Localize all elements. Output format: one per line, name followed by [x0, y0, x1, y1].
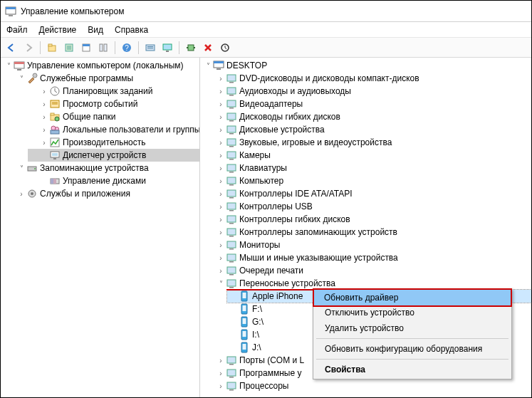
device-category[interactable]: ›Очереди печати — [214, 264, 531, 277]
collapse-icon[interactable]: ˅ — [203, 61, 213, 70]
context-menu-item[interactable]: Отключить устройство — [315, 305, 510, 320]
svg-rect-21 — [187, 47, 188, 48]
help-button[interactable]: ? — [119, 40, 135, 56]
left-performance[interactable]: ›Производительность — [28, 136, 199, 149]
expand-icon[interactable]: › — [216, 201, 226, 211]
update-driver-button[interactable] — [183, 40, 199, 56]
device-category[interactable]: ›Дисководы гибких дисков — [214, 110, 531, 123]
expand-icon[interactable]: › — [16, 189, 26, 199]
expand-icon[interactable]: › — [39, 125, 49, 135]
left-pane[interactable]: ˅ Управление компьютером (локальным) ˅ С… — [1, 58, 200, 397]
context-menu-item[interactable]: Удалить устройство — [315, 320, 510, 336]
expand-icon[interactable]: › — [216, 214, 226, 224]
show-hidden-button[interactable] — [142, 40, 158, 56]
menubar: Файл Действие Вид Справка — [1, 22, 531, 38]
left-task-scheduler[interactable]: ›Планировщик заданий — [28, 85, 199, 98]
expand-icon[interactable]: › — [216, 227, 226, 237]
expand-icon[interactable]: › — [216, 150, 226, 160]
right-pane[interactable]: ˅DESKTOP›DVD-дисководы и дисководы компа… — [200, 58, 531, 397]
expand-icon[interactable]: › — [216, 99, 226, 109]
left-storage[interactable]: ˅ Запоминающие устройства — [15, 162, 199, 174]
properties-button[interactable] — [61, 40, 77, 56]
left-event-viewer[interactable]: ›Просмотр событий — [28, 98, 199, 110]
device-category-label: Очереди печати — [239, 266, 303, 276]
left-system-tools[interactable]: ˅ Служебные программы — [15, 72, 199, 85]
expand-icon[interactable]: › — [216, 381, 226, 391]
right-root[interactable]: ˅DESKTOP — [202, 59, 531, 72]
forward-button[interactable] — [21, 40, 36, 56]
device-category[interactable]: ›DVD-дисководы и дисководы компакт-диско… — [214, 72, 531, 85]
left-device-manager[interactable]: Диспетчер устройств — [28, 149, 199, 162]
device-icon — [226, 239, 237, 251]
event-icon — [49, 98, 61, 110]
menu-file[interactable]: Файл — [6, 25, 28, 35]
device-category[interactable]: ›Дисковые устройства — [214, 123, 531, 136]
expand-icon[interactable]: ˅ — [216, 278, 226, 288]
left-local-users[interactable]: ›Локальные пользователи и группы — [28, 123, 199, 136]
expand-icon[interactable]: › — [216, 355, 226, 365]
menu-help[interactable]: Справка — [115, 25, 148, 35]
device-category-label: Программные у — [239, 368, 301, 378]
device-category[interactable]: ›Компьютер — [214, 174, 531, 187]
expand-icon[interactable]: › — [216, 368, 226, 378]
device-category[interactable]: ›Процессоры — [214, 379, 531, 392]
export-button[interactable] — [95, 40, 111, 56]
clock-icon — [49, 85, 61, 97]
monitor-button[interactable] — [160, 40, 175, 56]
menu-view[interactable]: Вид — [88, 25, 103, 35]
back-button[interactable] — [4, 40, 19, 56]
expand-icon[interactable]: › — [216, 266, 226, 276]
expand-icon[interactable]: › — [216, 86, 226, 96]
expand-icon[interactable]: › — [216, 137, 226, 147]
expand-icon[interactable]: › — [216, 163, 226, 173]
up-button[interactable] — [44, 40, 60, 56]
left-root[interactable]: ˅ Управление компьютером (локальным) — [2, 59, 199, 72]
expand-icon[interactable]: › — [216, 189, 226, 199]
device-category[interactable]: ›Клавиатуры — [214, 162, 531, 174]
scan-button[interactable] — [217, 40, 233, 56]
collapse-icon[interactable]: ˅ — [16, 163, 26, 173]
expand-icon[interactable]: › — [39, 112, 49, 122]
context-menu-item[interactable]: Свойства — [315, 362, 510, 377]
collapse-icon[interactable]: ˅ — [16, 73, 26, 83]
device-category[interactable]: ›Контроллеры запоминающих устройств — [214, 226, 531, 239]
left-services-apps[interactable]: › Службы и приложения — [15, 187, 199, 200]
device-category[interactable]: ›Мониторы — [214, 239, 531, 251]
device-category[interactable]: ›Контроллеры USB — [214, 200, 531, 213]
device-category-label: Переносные устройства — [239, 278, 335, 288]
device-icon — [226, 111, 237, 122]
device-category[interactable]: ›Контроллеры IDE ATA/ATAPI — [214, 187, 531, 200]
expand-icon[interactable]: › — [216, 112, 226, 122]
expand-icon[interactable]: › — [216, 176, 226, 186]
uninstall-button[interactable] — [200, 40, 216, 56]
left-disk-mgmt[interactable]: Управление дисками — [28, 174, 199, 187]
expand-icon[interactable]: › — [39, 137, 49, 147]
context-menu-item[interactable]: Обновить драйвер — [314, 290, 511, 305]
svg-rect-10 — [83, 44, 90, 46]
expand-icon[interactable]: › — [216, 73, 226, 83]
device-category[interactable]: ›Звуковые, игровые и видеоустройства — [214, 136, 531, 149]
device-icon — [226, 85, 237, 97]
refresh-button[interactable] — [78, 40, 94, 56]
device-category[interactable]: ›Камеры — [214, 149, 531, 162]
device-category[interactable]: ›Мыши и иные указывающие устройства — [214, 251, 531, 264]
left-shared-folders[interactable]: ›Общие папки — [28, 110, 199, 123]
device-category[interactable]: ›Видеоадаптеры — [214, 98, 531, 110]
toolbar-sep — [138, 41, 139, 54]
device-icon — [226, 226, 237, 238]
device-category[interactable]: ›Контроллеры гибких дисков — [214, 213, 531, 226]
svg-rect-17 — [147, 48, 153, 48]
expand-icon[interactable]: › — [216, 253, 226, 263]
expand-icon[interactable]: › — [39, 86, 49, 96]
expand-icon[interactable]: › — [216, 125, 226, 135]
context-menu-item[interactable]: Обновить конфигурацию оборудования — [315, 341, 510, 357]
device-category[interactable]: ›Аудиовходы и аудиовыходы — [214, 85, 531, 98]
svg-rect-83 — [229, 274, 234, 276]
menu-action[interactable]: Действие — [39, 25, 77, 35]
device-category-label: Камеры — [239, 150, 271, 160]
collapse-icon[interactable]: ˅ — [4, 61, 14, 70]
expand-icon[interactable]: › — [39, 99, 49, 109]
left-group-label: Служебные программы — [40, 73, 133, 83]
right-root-label: DESKTOP — [226, 61, 267, 70]
expand-icon[interactable]: › — [216, 240, 226, 250]
